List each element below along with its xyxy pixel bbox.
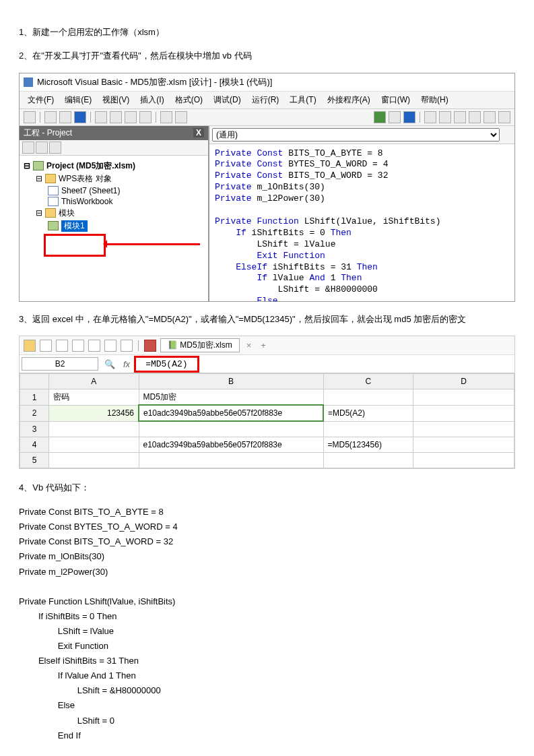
cell[interactable] [323, 389, 413, 406]
view-obj-icon[interactable] [36, 141, 48, 154]
menu-item[interactable]: 工具(T) [286, 93, 320, 107]
vbe-toolbar[interactable] [20, 109, 514, 126]
cell[interactable]: e10adc3949ba59abbe56e057f20f883e [139, 437, 323, 453]
wps-logo-icon [144, 340, 156, 352]
tree-modules[interactable]: ⊟ 模块 [22, 207, 205, 220]
wps-icon[interactable] [24, 111, 36, 123]
tb-icon[interactable] [424, 111, 436, 123]
preview-icon[interactable] [88, 340, 100, 352]
print-icon[interactable] [72, 340, 84, 352]
object-dropdown[interactable]: (通用) [212, 128, 500, 141]
code-area[interactable]: Private Const BITS_TO_A_BYTE = 8 Private… [209, 144, 514, 301]
redo-icon[interactable] [175, 111, 187, 123]
cut-icon[interactable] [95, 111, 107, 123]
menu-item[interactable]: 文件(F) [24, 93, 58, 107]
tree-project[interactable]: ⊟ Project (MD5加密.xlsm) [22, 160, 205, 172]
tb-icon[interactable] [439, 111, 451, 123]
save-icon[interactable] [74, 111, 86, 123]
excel-window: 📗 MD5加密.xlsm × + B2 🔍 fx =MD5(A2) ABCD 1… [19, 336, 515, 469]
menu-item[interactable]: 调试(D) [209, 93, 245, 107]
vbe-menubar[interactable]: 文件(F)编辑(E)视图(V)插入(I)格式(O)调试(D)运行(R)工具(T)… [20, 92, 514, 109]
menu-item[interactable]: 插入(I) [136, 93, 168, 107]
excel-toolbar[interactable]: 📗 MD5加密.xlsm × + [20, 336, 514, 355]
cell[interactable]: MD5加密 [139, 389, 323, 406]
menu-item[interactable]: 视图(V) [98, 93, 133, 107]
cell[interactable] [323, 421, 413, 437]
menu-item[interactable]: 格式(O) [171, 93, 207, 107]
file-tab[interactable]: 📗 MD5加密.xlsm [160, 338, 240, 352]
folder-icon[interactable] [49, 141, 61, 154]
tree-sheet[interactable]: Sheet7 (Sheet1) [22, 185, 205, 196]
close-icon[interactable]: X [193, 128, 204, 137]
tab-add-icon[interactable]: + [258, 340, 269, 350]
undo-icon[interactable] [160, 111, 172, 123]
col-header[interactable]: B [139, 374, 323, 389]
tb-icon[interactable] [139, 111, 152, 123]
proj-toolbar[interactable] [20, 140, 208, 156]
cell[interactable]: 密码 [49, 389, 139, 406]
cell[interactable] [413, 453, 514, 468]
run-icon[interactable] [374, 111, 386, 123]
code-line: Private Const BITS_TO_A_WORD = 32 [19, 534, 515, 549]
tree-module1[interactable]: 模块1 [22, 220, 205, 232]
corner-cell[interactable] [20, 374, 49, 389]
paste-icon[interactable] [125, 111, 137, 123]
zoom-icon[interactable]: 🔍 [100, 359, 119, 369]
col-header[interactable]: A [49, 374, 139, 389]
cell[interactable] [413, 405, 514, 421]
menu-item[interactable]: 运行(R) [248, 93, 283, 107]
row-header[interactable]: 4 [20, 437, 49, 453]
stop-icon[interactable] [403, 111, 415, 123]
cell[interactable] [49, 453, 139, 468]
cell[interactable] [323, 453, 413, 468]
cell[interactable] [413, 389, 514, 406]
cell[interactable]: =MD5(A2) [323, 405, 413, 421]
menu-item[interactable]: 帮助(H) [417, 93, 453, 107]
pdf-icon[interactable] [56, 340, 68, 352]
code-line: End If [19, 728, 515, 743]
spreadsheet-grid[interactable]: ABCD 1密码MD5加密2123456e10adc3949ba59abbe56… [20, 373, 514, 468]
pause-icon[interactable] [389, 111, 401, 123]
cell[interactable] [413, 421, 514, 437]
tree-workbook[interactable]: ThisWorkbook [22, 196, 205, 207]
tb-icon[interactable] [469, 111, 481, 123]
step-1: 1、新建一个启用宏的工作簿（xlsm） [19, 26, 515, 40]
tb-icon[interactable] [498, 111, 510, 123]
project-tree[interactable]: ⊟ Project (MD5加密.xlsm) ⊟ WPS表格 对象 Sheet7… [20, 156, 208, 301]
formula-input[interactable]: =MD5(A2) [134, 356, 199, 373]
save-icon[interactable] [40, 340, 52, 352]
vbe-window: Microsoft Visual Basic - MD5加密.xlsm [设计]… [19, 73, 515, 302]
menu-item[interactable]: 窗口(W) [377, 93, 414, 107]
cell[interactable]: =MD5(123456) [323, 437, 413, 453]
cell[interactable] [139, 453, 323, 468]
cell[interactable] [139, 421, 323, 437]
tb-icon[interactable] [483, 111, 496, 123]
undo-icon[interactable] [104, 340, 116, 352]
view-code-icon[interactable] [22, 141, 34, 154]
cell[interactable] [49, 437, 139, 453]
tb-icon[interactable] [44, 111, 57, 123]
cell[interactable]: e10adc3949ba59abbe56e057f20f883e [139, 405, 323, 421]
cell[interactable]: 123456 [49, 405, 139, 421]
copy-icon[interactable] [110, 111, 122, 123]
tree-wps-objects[interactable]: ⊟ WPS表格 对象 [22, 172, 205, 185]
tb-icon[interactable] [454, 111, 466, 123]
redo-icon[interactable] [121, 340, 133, 352]
row-header[interactable]: 3 [20, 421, 49, 437]
row-header[interactable]: 1 [20, 389, 49, 406]
open-icon[interactable] [24, 340, 36, 352]
project-explorer: 工程 - Project X ⊟ Project (MD5加密.xlsm) ⊟ … [20, 126, 209, 301]
row-header[interactable]: 2 [20, 405, 49, 421]
menu-item[interactable]: 外接程序(A) [323, 93, 374, 107]
code-line: Private m_lOnBits(30) [19, 549, 515, 564]
col-header[interactable]: D [413, 374, 514, 389]
col-header[interactable]: C [323, 374, 413, 389]
cell[interactable] [413, 437, 514, 453]
tab-close-icon[interactable]: × [244, 340, 255, 350]
cell[interactable] [49, 421, 139, 437]
tb-icon[interactable] [59, 111, 71, 123]
code-line: ElseIf iShiftBits = 31 Then [19, 654, 515, 668]
row-header[interactable]: 5 [20, 453, 49, 468]
name-box[interactable]: B2 [22, 357, 98, 371]
menu-item[interactable]: 编辑(E) [61, 93, 96, 107]
